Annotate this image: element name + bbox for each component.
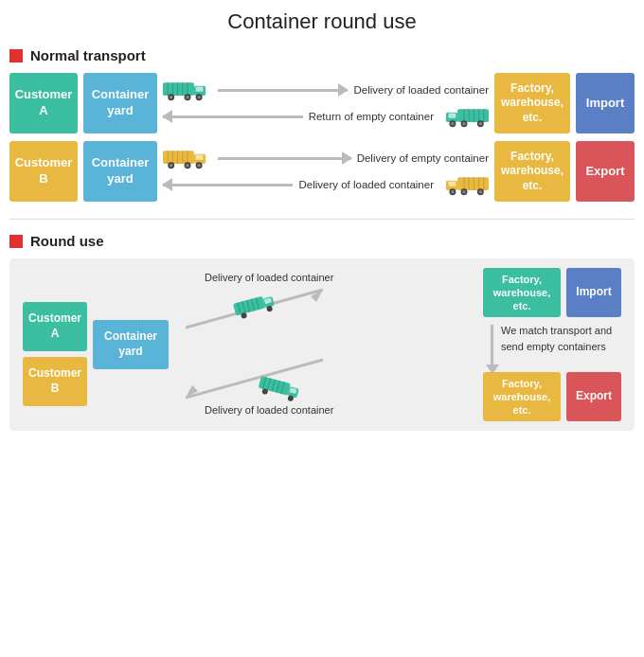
svg-point-9 (170, 96, 172, 98)
svg-point-11 (197, 96, 200, 98)
factory-b-box: Factory,warehouse,etc. (494, 141, 570, 202)
container-yard-a-box: Containeryard (83, 73, 157, 133)
round-bottom-arrow-label: Delivery of loaded container (205, 404, 333, 416)
normal-transport-section: Normal transport CustomerA Containeryard (9, 47, 635, 202)
svg-rect-21 (449, 114, 456, 118)
normal-transport-label: Normal transport (9, 47, 635, 63)
svg-line-68 (186, 360, 323, 398)
truck-green-left-a (439, 103, 489, 130)
svg-point-27 (462, 122, 465, 125)
truck-yellow-right-b (163, 145, 212, 171)
round-label-text: Round use (30, 233, 104, 249)
arrow-right-a-top (218, 89, 348, 92)
svg-point-53 (451, 190, 454, 193)
svg-point-23 (479, 122, 482, 125)
round-red-square (9, 235, 23, 248)
svg-point-13 (186, 96, 188, 98)
svg-rect-7 (196, 87, 204, 92)
svg-rect-49 (449, 182, 456, 186)
svg-point-25 (451, 122, 454, 125)
round-use-label: Round use (9, 233, 635, 249)
arrow-left-b-bottom (163, 184, 293, 186)
arrow-label-a-top: Delivery of loaded container (353, 84, 489, 96)
customer-b-box: CustomerB (9, 141, 78, 202)
normal-red-square (9, 49, 23, 62)
round-container-yard-box: Containeryard (93, 320, 169, 369)
svg-point-41 (186, 164, 188, 167)
normal-label-text: Normal transport (30, 47, 146, 63)
round-match-text: We match transport and send empty contai… (501, 323, 615, 354)
svg-point-55 (462, 190, 465, 193)
customer-a-box: CustomerA (9, 73, 78, 133)
section-divider (9, 219, 635, 220)
round-use-section: Round use CustomerA CustomerB Containery… (9, 233, 635, 431)
svg-rect-58 (233, 296, 265, 316)
svg-point-51 (479, 190, 482, 193)
round-customer-a-box: CustomerA (23, 302, 87, 351)
round-factory-bottom-box: Factory,warehouse,etc. (483, 372, 561, 421)
svg-rect-35 (196, 155, 204, 160)
import-box: Import (576, 73, 635, 133)
round-export-box: Export (566, 372, 621, 421)
normal-a-top-arrow-row: Delivery of loaded container (163, 77, 489, 103)
round-customer-b-box: CustomerB (23, 357, 87, 406)
arrow-left-a-bottom (163, 115, 303, 118)
round-factory-top-box: Factory,warehouse,etc. (483, 268, 561, 317)
truck-green-right-a (163, 77, 212, 103)
export-box: Export (576, 141, 635, 202)
normal-b-bottom-arrow-row: Delivery of loaded container (163, 171, 489, 198)
svg-point-37 (170, 164, 172, 167)
page-title: Container round use (9, 9, 635, 34)
container-yard-b-box: Containeryard (83, 141, 157, 202)
round-bottom-arrow (186, 355, 337, 402)
truck-yellow-left-b (439, 171, 489, 198)
normal-a-bottom-arrow-row: Return of empty container (163, 103, 489, 130)
round-top-arrow-label: Delivery of loaded container (205, 272, 333, 283)
round-import-box: Import (566, 268, 621, 317)
normal-b-top-arrow-row: Delivery of empty container (163, 145, 489, 171)
arrow-label-b-bottom: Delivery of loaded container (298, 179, 434, 190)
arrow-label-b-top: Delivery of empty container (357, 152, 489, 164)
factory-a-box: Factory,warehouse,etc. (494, 73, 570, 133)
round-top-arrow (186, 285, 337, 332)
arrow-label-a-bottom: Return of empty container (309, 111, 434, 122)
svg-point-39 (197, 164, 200, 167)
arrow-right-b-top (218, 157, 351, 160)
